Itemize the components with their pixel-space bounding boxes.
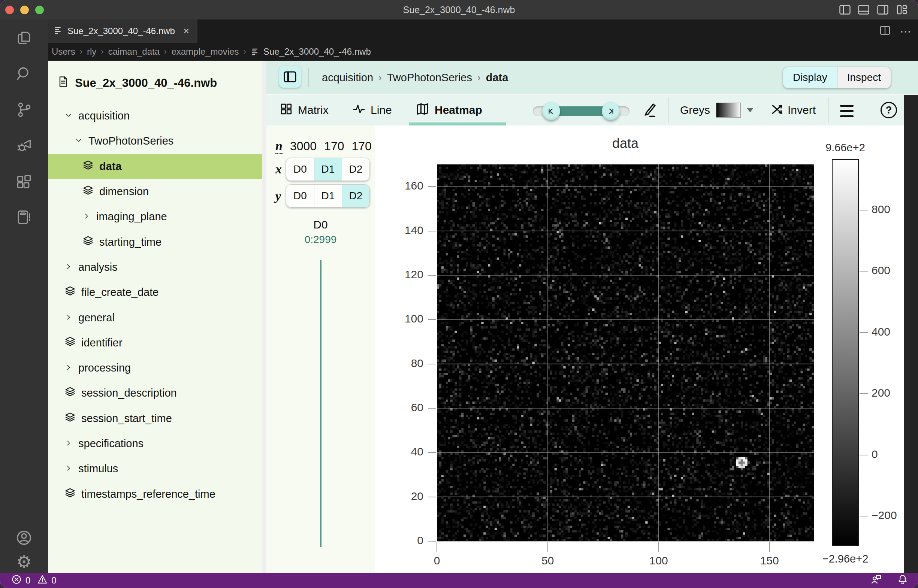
tab-strip: Sue_2x_3000_40_-46.nwb × ⋯ (48, 19, 918, 43)
colorbar-tick (860, 393, 868, 394)
tab-label: Sue_2x_3000_40_-46.nwb (68, 26, 175, 36)
tree-item-file-create-date[interactable]: file_create_date (48, 280, 262, 305)
split-editor-icon[interactable] (880, 25, 890, 37)
y-tick (428, 541, 436, 541)
y-tick-label: 120 (384, 268, 423, 281)
customize-layout-icon[interactable] (896, 5, 908, 16)
tab-close-icon[interactable]: × (183, 25, 189, 37)
problems-indicator[interactable]: 0 0 (0, 574, 57, 587)
toggle-bottom-panel-icon[interactable] (858, 5, 869, 16)
breadcrumb-item[interactable]: example_movies (171, 47, 239, 57)
colormap-label: Greys (680, 104, 710, 116)
line-pulse-icon (353, 103, 365, 118)
y-d0-button[interactable]: D0 (286, 185, 314, 207)
dataset-layers-icon (83, 185, 94, 199)
frame-range-slider[interactable] (533, 107, 630, 116)
panel-divider[interactable] (262, 61, 266, 573)
breadcrumb-item[interactable]: caiman_data (108, 47, 160, 57)
menu-hamburger-icon[interactable] (840, 105, 853, 117)
colormap-swatch[interactable] (716, 103, 741, 118)
toggle-right-panel-icon[interactable] (877, 5, 889, 16)
tree-item-dimension[interactable]: dimension (48, 179, 262, 204)
line-tab[interactable]: Line (353, 95, 392, 126)
display-inspect-toggle: Display Inspect (783, 67, 891, 88)
help-icon[interactable]: ? (881, 102, 897, 118)
tree-root-file[interactable]: Sue_2x_3000_40_-46.nwb (48, 70, 262, 95)
viewer-breadcrumb-item[interactable]: TwoPhotonSeries (387, 71, 472, 84)
y-tick-label: 60 (384, 401, 423, 414)
tree-item-general[interactable]: general (48, 305, 262, 330)
colorbar-tick (860, 455, 868, 456)
x-dimension-selector: D0 D1 D2 (286, 158, 370, 181)
range-start-handle[interactable] (542, 102, 560, 120)
toggle-left-panel-icon[interactable] (839, 5, 850, 16)
frame-slider-track[interactable] (321, 260, 322, 547)
y-d2-button[interactable]: D2 (342, 185, 369, 207)
extensions-icon[interactable] (9, 167, 39, 197)
tree-item-acquisition[interactable]: acquisition (48, 103, 262, 128)
tree-item-session-start-time[interactable]: session_start_time (48, 406, 262, 431)
tree-item-specifications[interactable]: specifications (48, 431, 262, 456)
dataset-layers-icon (65, 386, 76, 400)
display-button[interactable]: Display (783, 67, 837, 88)
feedback-person-icon[interactable] (870, 573, 882, 588)
chevron-down-icon[interactable] (747, 108, 753, 112)
activity-bar: ⚙ (0, 19, 48, 573)
heatmap-map-icon (416, 102, 429, 118)
tree-item-analysis[interactable]: analysis (48, 255, 262, 280)
breadcrumb-item[interactable]: Users (52, 47, 75, 57)
x-d0-button[interactable]: D0 (286, 158, 314, 181)
tree-item-timestamps-reference-time[interactable]: timestamps_reference_time (48, 481, 262, 506)
editor-scroll-gutter[interactable] (904, 95, 918, 573)
viewer-breadcrumb-item[interactable]: acquisition (322, 71, 373, 84)
colorbar-max-label: 9.66e+2 (804, 142, 887, 154)
notifications-bell-icon[interactable] (897, 574, 908, 587)
viewer-breadcrumb: acquisition › TwoPhotonSeries › data (322, 61, 508, 94)
x-d1-button[interactable]: D1 (314, 158, 342, 181)
matrix-tab[interactable]: Matrix (280, 95, 329, 126)
breadcrumb-item[interactable]: rly (87, 47, 96, 57)
y-tick (428, 408, 436, 409)
app-window: Sue_2x_3000_40_-46.nwb (0, 0, 918, 588)
more-actions-icon[interactable]: ⋯ (900, 25, 911, 38)
tree-item-data[interactable]: data (48, 154, 262, 179)
tree-item-imaging-plane[interactable]: imaging_plane (48, 204, 262, 229)
edit-range-button[interactable] (641, 95, 658, 126)
x-tick-label: 100 (636, 554, 681, 567)
dataset-layers-icon (65, 487, 76, 501)
dim-size: 170 (324, 139, 344, 153)
y-dimension-selector: D0 D1 D2 (286, 184, 370, 207)
header-divider (308, 68, 309, 87)
viewer-breadcrumb-item[interactable]: data (486, 71, 508, 84)
explorer-icon[interactable] (9, 23, 39, 53)
run-and-debug-icon[interactable] (9, 131, 39, 161)
x-d2-button[interactable]: D2 (342, 158, 369, 181)
window-title: Sue_2x_3000_40_-46.nwb (0, 0, 918, 19)
tree-item-twophotonseries[interactable]: TwoPhotonSeries (48, 128, 262, 153)
heatmap-tab[interactable]: Heatmap (416, 95, 482, 126)
range-end-handle[interactable] (602, 102, 620, 120)
tab-nwb-file[interactable]: Sue_2x_3000_40_-46.nwb × (48, 19, 198, 43)
colorbar-tick (860, 210, 868, 210)
y-d1-button[interactable]: D1 (314, 185, 342, 207)
x-tick (769, 542, 770, 552)
tree-item-starting-time[interactable]: starting_time (48, 229, 262, 254)
invert-button[interactable]: Invert (771, 95, 816, 126)
y-tick (428, 363, 436, 364)
colorbar-tick (860, 516, 868, 517)
inspect-button[interactable]: Inspect (837, 67, 890, 88)
tree-item-stimulus[interactable]: stimulus (48, 456, 262, 481)
status-bar: 0 0 (0, 573, 918, 588)
tree-item-session-description[interactable]: session_description (48, 381, 262, 405)
breadcrumb-file[interactable]: Sue_2x_3000_40_-46.nwb (251, 47, 371, 57)
sidebar-toggle-button[interactable] (279, 66, 301, 88)
search-icon[interactable] (9, 59, 39, 89)
source-control-icon[interactable] (9, 95, 39, 125)
error-circle-icon (11, 574, 22, 587)
tree-item-identifier[interactable]: identifier (48, 330, 262, 355)
tree-item-processing[interactable]: processing (48, 355, 262, 381)
heatmap-canvas[interactable] (437, 165, 814, 542)
dataset-layers-icon (65, 336, 76, 350)
settings-gear-icon[interactable]: ⚙ (9, 547, 39, 577)
notebook-icon[interactable] (9, 202, 39, 232)
